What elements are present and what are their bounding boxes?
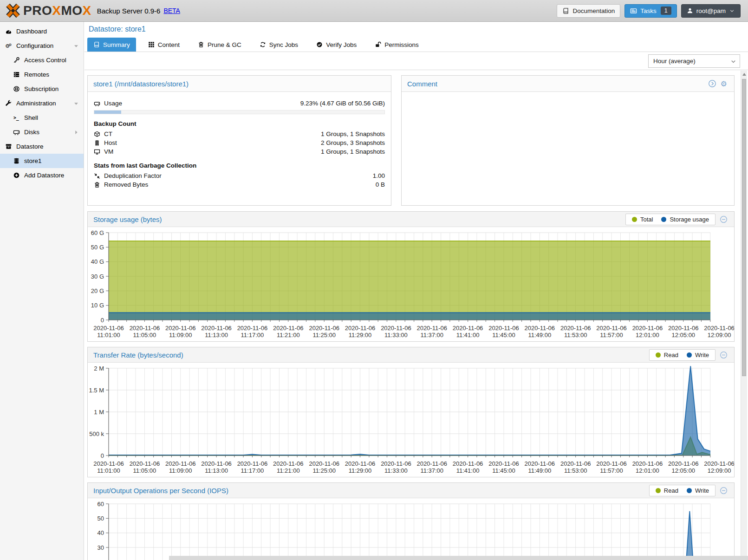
sidebar-item-shell[interactable]: >_ Shell	[0, 111, 84, 125]
gear-icon[interactable]: ⚙	[720, 79, 728, 88]
chevron-down-icon	[729, 8, 735, 14]
svg-text:12:01:00: 12:01:00	[636, 467, 659, 474]
edit-comment-icon[interactable]	[708, 79, 716, 88]
svg-text:2020-11-06: 2020-11-06	[237, 325, 268, 332]
archive-icon	[5, 143, 12, 150]
tab-permissions[interactable]: Permissions	[369, 38, 425, 52]
svg-text:11:45:00: 11:45:00	[492, 332, 515, 339]
usage-progress-bar	[94, 110, 385, 114]
chart-legend: Read Write	[649, 485, 715, 496]
time-range-select[interactable]: Hour (average)	[648, 54, 740, 68]
svg-text:2020-11-06: 2020-11-06	[237, 460, 268, 467]
expand-arrow-icon	[73, 129, 79, 136]
time-range-value: Hour (average)	[653, 58, 696, 65]
svg-text:2020-11-06: 2020-11-06	[632, 460, 663, 467]
svg-text:2020-11-06: 2020-11-06	[165, 325, 196, 332]
tab-content[interactable]: Content	[142, 38, 186, 52]
svg-text:11:21:00: 11:21:00	[277, 332, 300, 339]
stat-row-host: Host 2 Groups, 3 Snapshots	[94, 138, 385, 147]
collapse-chart-icon[interactable]	[720, 487, 728, 495]
svg-text:40 G: 40 G	[91, 258, 104, 265]
svg-text:500 k: 500 k	[89, 430, 104, 437]
svg-text:2020-11-06: 2020-11-06	[309, 325, 339, 332]
svg-text:11:25:00: 11:25:00	[312, 332, 336, 339]
sidebar-item-subscription[interactable]: Subscription	[0, 82, 84, 96]
database-icon	[13, 157, 20, 164]
documentation-label: Documentation	[572, 7, 615, 14]
sidebar-item-disks[interactable]: Disks	[0, 125, 84, 139]
legend-item-read[interactable]: Read	[656, 352, 678, 358]
legend-item-total[interactable]: Total	[632, 216, 653, 223]
legend-item-read[interactable]: Read	[656, 487, 678, 494]
stat-row-deduplication-factor: Deduplication Factor 1.00	[94, 171, 385, 180]
svg-text:2020-11-06: 2020-11-06	[560, 460, 591, 467]
stat-label: Host	[104, 139, 117, 146]
svg-text:12:05:00: 12:05:00	[671, 332, 695, 339]
svg-text:11:21:00: 11:21:00	[277, 467, 300, 474]
svg-text:2020-11-06: 2020-11-06	[381, 460, 411, 467]
legend-label: Write	[695, 487, 709, 494]
tab-verify-jobs[interactable]: Verify Jobs	[310, 38, 363, 52]
sidebar-item-administration[interactable]: Administration	[0, 96, 84, 111]
chart-title: Storage usage (bytes)	[93, 215, 162, 223]
svg-text:11:01:00: 11:01:00	[97, 467, 120, 474]
sidebar-item-remotes[interactable]: Remotes	[0, 67, 84, 82]
usage-label: Usage	[104, 100, 122, 107]
legend-item-storage-usage[interactable]: Storage usage	[661, 216, 709, 223]
user-label: root@pam	[696, 7, 726, 14]
sidebar-item-add-datastore[interactable]: Add Datastore	[0, 168, 84, 182]
tab-sync-jobs[interactable]: Sync Jobs	[254, 38, 304, 52]
user-menu-button[interactable]: root@pam	[681, 4, 741, 18]
svg-text:11:13:00: 11:13:00	[205, 332, 228, 339]
svg-text:11:29:00: 11:29:00	[349, 467, 372, 474]
svg-text:10 G: 10 G	[91, 302, 104, 309]
svg-text:2020-11-06: 2020-11-06	[273, 460, 304, 467]
sidebar-item-datastore[interactable]: Datastore	[0, 139, 84, 154]
legend-dot-icon	[656, 488, 661, 493]
chart-canvas: 2 M1.5 M1 M500 k02020-11-0611:01:002020-…	[88, 363, 734, 477]
scrollbar-thumb[interactable]	[742, 79, 746, 376]
svg-text:11:57:00: 11:57:00	[600, 332, 623, 339]
scroll-up-arrow[interactable]	[741, 71, 747, 78]
sidebar-item-configuration[interactable]: ⚙⚙ Configuration	[0, 39, 84, 53]
chevron-down-icon	[730, 58, 737, 65]
svg-text:2020-11-06: 2020-11-06	[416, 325, 447, 332]
sidebar-item-access-control[interactable]: Access Control	[0, 53, 84, 67]
svg-text:11:41:00: 11:41:00	[456, 467, 480, 474]
documentation-button[interactable]: Documentation	[557, 4, 620, 18]
svg-text:2020-11-06: 2020-11-06	[596, 460, 627, 467]
legend-dot-icon	[632, 217, 637, 222]
stat-value: 2 Groups, 3 Snapshots	[321, 139, 385, 146]
tab-summary[interactable]: Summary	[87, 38, 136, 52]
comment-body[interactable]	[402, 92, 734, 206]
svg-text:2 M: 2 M	[94, 365, 104, 372]
collapse-chart-icon[interactable]	[720, 215, 728, 223]
chart-legend: Total Storage usage	[625, 214, 715, 225]
stat-value: 1 Groups, 1 Snapshots	[321, 130, 385, 137]
tasks-button[interactable]: Tasks 1	[624, 4, 676, 18]
svg-text:2020-11-06: 2020-11-06	[416, 460, 447, 467]
svg-text:0: 0	[101, 452, 104, 459]
bottom-scroll-strip	[169, 556, 748, 560]
beta-link[interactable]: BETA	[163, 7, 180, 14]
desktop-icon	[94, 149, 100, 155]
collapse-chart-icon[interactable]	[720, 351, 728, 359]
tab-prune-gc[interactable]: Prune & GC	[192, 38, 247, 52]
svg-text:12:01:00: 12:01:00	[636, 332, 659, 339]
stat-row-removed-bytes: Removed Bytes 0 B	[94, 180, 385, 189]
svg-text:2020-11-06: 2020-11-06	[488, 460, 519, 467]
sidebar-item-label: Administration	[16, 100, 56, 107]
trash-icon	[198, 41, 204, 48]
svg-text:2020-11-06: 2020-11-06	[704, 460, 734, 467]
sidebar-item-dashboard[interactable]: Dashboard	[0, 24, 84, 39]
vertical-scrollbar	[741, 71, 747, 560]
svg-text:11:33:00: 11:33:00	[384, 467, 408, 474]
legend-item-write[interactable]: Write	[687, 487, 709, 494]
legend-item-write[interactable]: Write	[687, 352, 709, 358]
sidebar-item-store1[interactable]: store1	[0, 154, 84, 168]
tasks-count-badge: 1	[661, 7, 671, 15]
comment-panel: Comment ⚙	[401, 75, 735, 206]
svg-text:20 G: 20 G	[91, 287, 104, 294]
chart-canvas: 60504030201002020-11-0611:01:002020-11-0…	[88, 498, 734, 560]
svg-text:11:29:00: 11:29:00	[349, 332, 372, 339]
